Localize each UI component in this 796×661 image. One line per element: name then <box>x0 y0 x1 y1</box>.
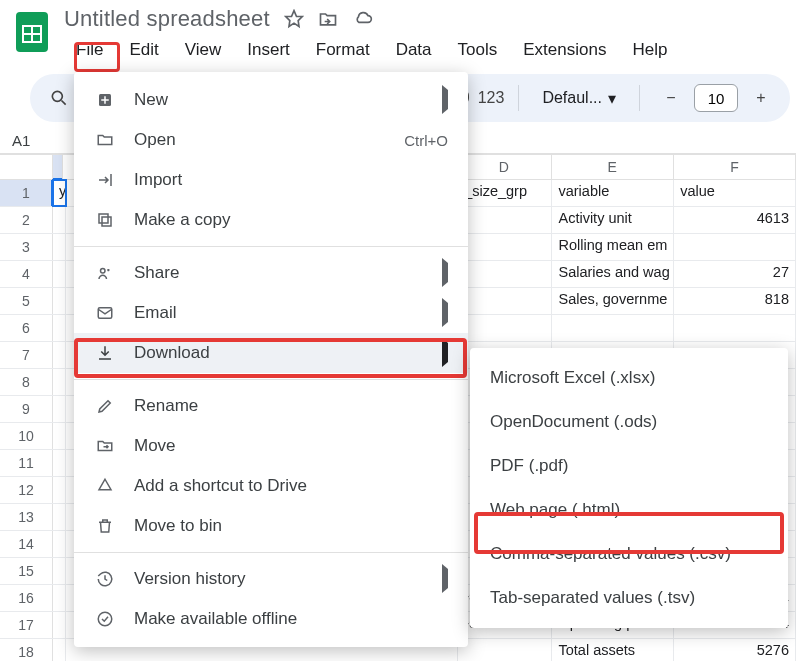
row-head[interactable]: 13 <box>0 504 53 530</box>
cell[interactable] <box>53 396 66 422</box>
cell[interactable] <box>53 423 66 449</box>
fontsize-input[interactable] <box>694 84 738 112</box>
file-menu-share[interactable]: Share <box>74 253 468 293</box>
row-head[interactable]: 2 <box>0 207 53 233</box>
file-menu-email[interactable]: Email <box>74 293 468 333</box>
cell[interactable] <box>552 315 674 341</box>
row-head[interactable]: 15 <box>0 558 53 584</box>
cell[interactable]: 818 <box>674 288 796 314</box>
menu-file[interactable]: File <box>64 36 115 64</box>
row-head[interactable]: 1 <box>0 180 53 206</box>
download-xlsx[interactable]: Microsoft Excel (.xlsx) <box>470 356 788 400</box>
cell[interactable] <box>53 234 66 260</box>
cell[interactable]: Sales, governme <box>552 288 674 314</box>
cloud-status-icon[interactable] <box>352 9 374 29</box>
download-csv[interactable]: Comma-separated values (.csv) <box>470 532 788 576</box>
number-format-button[interactable]: 123 <box>478 89 505 107</box>
cell[interactable] <box>53 477 66 503</box>
file-menu-move[interactable]: Move <box>74 426 468 466</box>
cell[interactable] <box>53 612 66 638</box>
cell[interactable] <box>53 639 66 661</box>
col-head-e[interactable]: E <box>552 155 674 179</box>
download-tsv[interactable]: Tab-separated values (.tsv) <box>470 576 788 620</box>
file-menu-rename[interactable]: Rename <box>74 386 468 426</box>
file-menu-import[interactable]: Import <box>74 160 468 200</box>
row-head[interactable]: 18 <box>0 639 53 661</box>
row-head[interactable]: 16 <box>0 585 53 611</box>
file-menu-make-copy[interactable]: Make a copy <box>74 200 468 240</box>
sheets-logo[interactable] <box>12 6 52 58</box>
cell[interactable] <box>53 585 66 611</box>
cell[interactable]: Salaries and wag <box>552 261 674 287</box>
download-pdf[interactable]: PDF (.pdf) <box>470 444 788 488</box>
cell[interactable] <box>458 207 552 233</box>
file-menu-version-history[interactable]: Version history <box>74 559 468 599</box>
col-head-d[interactable]: D <box>457 155 552 179</box>
fontsize-decrease-button[interactable]: − <box>654 81 688 115</box>
cell[interactable] <box>53 288 66 314</box>
menu-format[interactable]: Format <box>304 36 382 64</box>
select-all-corner[interactable] <box>0 155 53 179</box>
menu-insert[interactable]: Insert <box>235 36 302 64</box>
file-menu-move-to-bin[interactable]: Move to bin <box>74 506 468 546</box>
row-head[interactable]: 7 <box>0 342 53 368</box>
row-head[interactable]: 8 <box>0 369 53 395</box>
cell[interactable] <box>53 369 66 395</box>
row-head[interactable]: 3 <box>0 234 53 260</box>
cell[interactable] <box>458 315 552 341</box>
cell[interactable]: variable <box>552 180 674 206</box>
menu-data[interactable]: Data <box>384 36 444 64</box>
row-head[interactable]: 10 <box>0 423 53 449</box>
name-box[interactable]: A1 <box>12 132 56 149</box>
file-menu-open[interactable]: Open Ctrl+O <box>74 120 468 160</box>
menu-view[interactable]: View <box>173 36 234 64</box>
font-family-dropdown[interactable]: Defaul...▾ <box>533 84 625 113</box>
row-head[interactable]: 9 <box>0 396 53 422</box>
row-head[interactable]: 6 <box>0 315 53 341</box>
file-menu-download[interactable]: Download <box>74 333 468 373</box>
menu-edit[interactable]: Edit <box>117 36 170 64</box>
cell[interactable] <box>53 558 66 584</box>
cell[interactable] <box>53 342 66 368</box>
cell[interactable] <box>53 315 66 341</box>
row-head[interactable]: 11 <box>0 450 53 476</box>
cell[interactable]: 5276 <box>674 639 796 661</box>
file-menu-available-offline[interactable]: Make available offline <box>74 599 468 639</box>
download-ods[interactable]: OpenDocument (.ods) <box>470 400 788 444</box>
cell[interactable] <box>458 234 552 260</box>
cell[interactable] <box>53 207 66 233</box>
row-head[interactable]: 14 <box>0 531 53 557</box>
row-head[interactable]: 4 <box>0 261 53 287</box>
cell[interactable]: _size_grp <box>458 180 552 206</box>
cell[interactable] <box>53 504 66 530</box>
move-folder-icon[interactable] <box>318 9 338 29</box>
menu-help[interactable]: Help <box>620 36 679 64</box>
menu-extensions[interactable]: Extensions <box>511 36 618 64</box>
doc-title[interactable]: Untitled spreadsheet <box>64 6 270 32</box>
cell[interactable]: 4613 <box>674 207 796 233</box>
cell[interactable] <box>674 234 796 260</box>
cell[interactable]: Rolling mean em <box>552 234 674 260</box>
col-head-a-sliver[interactable] <box>53 155 63 179</box>
col-head-f[interactable]: F <box>674 155 796 179</box>
cell[interactable]: 27 <box>674 261 796 287</box>
row-head[interactable]: 5 <box>0 288 53 314</box>
cell-a1[interactable]: y <box>53 180 66 206</box>
cell[interactable]: Total assets <box>552 639 674 661</box>
cell[interactable]: value <box>674 180 796 206</box>
cell[interactable] <box>458 639 552 661</box>
download-html[interactable]: Web page (.html) <box>470 488 788 532</box>
menu-tools[interactable]: Tools <box>446 36 510 64</box>
fontsize-increase-button[interactable]: + <box>744 81 778 115</box>
cell[interactable] <box>53 531 66 557</box>
row-head[interactable]: 17 <box>0 612 53 638</box>
cell[interactable]: Activity unit <box>552 207 674 233</box>
cell[interactable] <box>458 261 552 287</box>
cell[interactable] <box>53 261 66 287</box>
row-head[interactable]: 12 <box>0 477 53 503</box>
file-menu-add-shortcut[interactable]: Add a shortcut to Drive <box>74 466 468 506</box>
cell[interactable] <box>458 288 552 314</box>
cell[interactable] <box>674 315 796 341</box>
file-menu-new[interactable]: New <box>74 80 468 120</box>
search-icon[interactable] <box>42 81 76 115</box>
